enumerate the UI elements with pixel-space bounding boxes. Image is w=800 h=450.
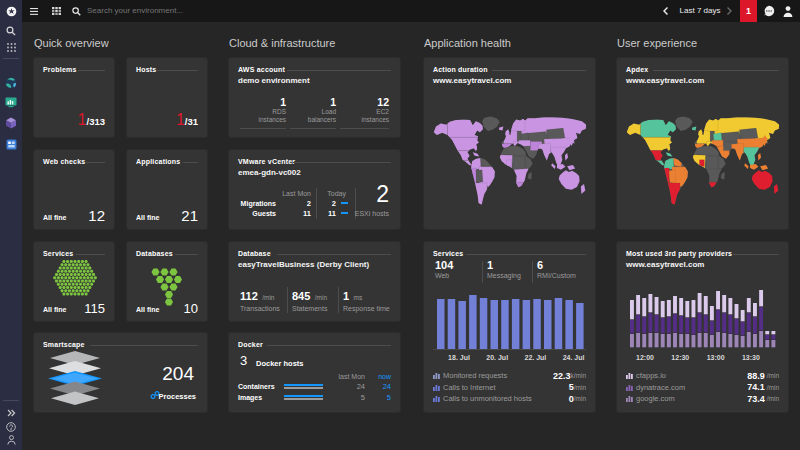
tile-action-duration[interactable]: Action duration www.easytravel.com [424, 58, 595, 229]
applications-count: 21 [181, 207, 198, 224]
left-sidebar [0, 22, 22, 450]
stacked-bar-segment [692, 300, 696, 317]
databases-count: 10 [184, 301, 198, 316]
services-stat-messaging: 1 Messaging [487, 259, 521, 280]
problems-count: 1/313 [78, 111, 105, 129]
docker-value-lastmon: 24 [324, 382, 365, 391]
tile-smartscape[interactable]: Smartscape 204 Processes [34, 333, 207, 412]
sidebar-divider-bottom [3, 400, 19, 401]
status-label: All fine [43, 306, 66, 313]
sidebar-deployment-icon[interactable] [0, 94, 22, 110]
legend-value: 74.1 [747, 382, 765, 392]
map-region-scandinavia [509, 117, 525, 131]
stacked-bar-segment [685, 318, 689, 333]
timeframe-next-icon[interactable] [727, 7, 732, 15]
docker-value-lastmon: 5 [324, 393, 365, 402]
map-island-madagascar [721, 172, 725, 180]
tile-services-overview[interactable]: Services All fine 115 [34, 242, 114, 321]
sidebar-apps-grid-icon[interactable] [0, 39, 22, 55]
tile-third-party[interactable]: Most used 3rd party providers www.easytr… [617, 242, 788, 412]
sidebar-globe-icon[interactable] [0, 75, 22, 91]
tile-databases[interactable]: Databases All fine 10 [127, 242, 207, 321]
stacked-bar-segment [667, 317, 671, 333]
smartscape-layers [44, 350, 106, 406]
tile-apdex[interactable]: Apdex www.easytravel.com [617, 58, 788, 229]
timeframe-prev-icon[interactable] [663, 7, 668, 15]
timeframe-selector[interactable]: Last 7 days [677, 0, 723, 22]
legend-row[interactable]: Calls to unmonitored hosts0/min [433, 393, 586, 405]
stat-value: 1 [290, 96, 336, 108]
stat-label: Messaging [487, 272, 521, 280]
map-island-indonesia [551, 163, 555, 169]
legend-unit: /min [767, 372, 779, 379]
stacked-bar-segment [716, 291, 720, 309]
db-divider [338, 287, 339, 313]
map-island-iceland [692, 126, 696, 130]
title-line [293, 162, 391, 163]
tile-services-chart[interactable]: Services 104 Web 1 Messaging 6 RMI/Custo… [424, 242, 595, 412]
stat-value: 6 [537, 259, 576, 271]
tile-web-checks[interactable]: Web checks All fine 12 [34, 150, 114, 229]
sidebar-smartscape-cube-icon[interactable] [0, 115, 22, 131]
bar [448, 299, 456, 349]
legend-row[interactable]: cfapps.io88.9/min [626, 370, 779, 382]
hamburger-menu-icon[interactable] [28, 0, 40, 22]
tile-vmware-vcenter[interactable]: VMware vCenter emea-gdn-vc002 Last Mon T… [229, 150, 400, 229]
sidebar-user-icon[interactable] [0, 432, 22, 448]
tile-aws-account[interactable]: AWS account demo environment 1 RDSinstan… [229, 58, 400, 137]
legend-value: 88.9 [747, 371, 765, 381]
legend-row[interactable]: google.com73.4/min [626, 393, 779, 405]
map-region-alaska [625, 116, 641, 137]
search-input[interactable]: Search your environment... [87, 0, 183, 22]
tile-database[interactable]: Database easyTravelBusiness (Derby Clien… [229, 242, 400, 321]
stacked-bar-segment [630, 334, 634, 347]
feedback-chat-icon[interactable] [763, 5, 775, 17]
stacked-bar-segment [741, 336, 745, 347]
sidebar-hub-grid-icon[interactable] [0, 136, 22, 152]
aws-environment-name: demo environment [238, 76, 310, 85]
stat-unit: /min [262, 294, 274, 301]
tile-applications[interactable]: Applications All fine 21 [127, 150, 207, 229]
x-axis-label: 13:00 [707, 354, 725, 361]
map-region-scandinavia [702, 117, 718, 131]
aws-stat-load-balancers: 1 Loadbalancers [290, 96, 336, 123]
apdex-app: www.easytravel.com [626, 76, 704, 85]
map-region-mexico [645, 151, 667, 161]
map-island-indonesia [758, 153, 761, 161]
docker-value-now: 24 [365, 382, 391, 391]
stacked-bar-segment [741, 322, 745, 335]
map-region-argentina [473, 183, 487, 206]
stacked-bar-segment [722, 333, 726, 347]
stacked-bar-segment [630, 300, 634, 319]
bar [501, 300, 509, 349]
sidebar-search-icon[interactable] [0, 23, 22, 39]
tile-problems[interactable]: Problems 1/313 [34, 58, 114, 137]
legend-row[interactable]: Calls to Internet5/min [433, 382, 586, 394]
stacked-bar-segment [698, 293, 702, 312]
map-region-peru [469, 168, 476, 183]
services-legend: Monitored requests22.3k/minCalls to Inte… [433, 370, 586, 405]
legend-value: 73.4 [747, 394, 765, 404]
legend-row[interactable]: Monitored requests22.3k/min [433, 370, 586, 382]
bar [544, 300, 552, 349]
legend-row[interactable]: dynatrace.com74.1/min [626, 382, 779, 394]
tile-docker[interactable]: Docker 3 Docker hosts last Mon now Conta… [229, 333, 400, 412]
tile-hosts[interactable]: Hosts 1/31 [127, 58, 207, 137]
legend-icon [626, 372, 636, 379]
problems-badge[interactable]: 1 [740, 0, 757, 22]
stacked-bar-segment [655, 297, 659, 314]
stacked-bar-segment [685, 301, 689, 317]
status-label: All fine [136, 214, 159, 221]
map-region-venezuela [480, 157, 489, 167]
bar [523, 300, 531, 349]
docker-table: last Mon now Containers 24 24 Images 5 [238, 371, 391, 403]
dynatrace-logo[interactable] [0, 0, 22, 22]
search-icon[interactable] [70, 0, 82, 22]
bar [458, 301, 466, 349]
legend-unit: /min [574, 395, 586, 402]
bar [491, 300, 499, 349]
user-menu-icon[interactable] [783, 6, 793, 17]
apps-grid-icon[interactable] [49, 0, 63, 22]
stat-unit: /min [315, 294, 327, 301]
map-region-venezuela [673, 157, 682, 167]
